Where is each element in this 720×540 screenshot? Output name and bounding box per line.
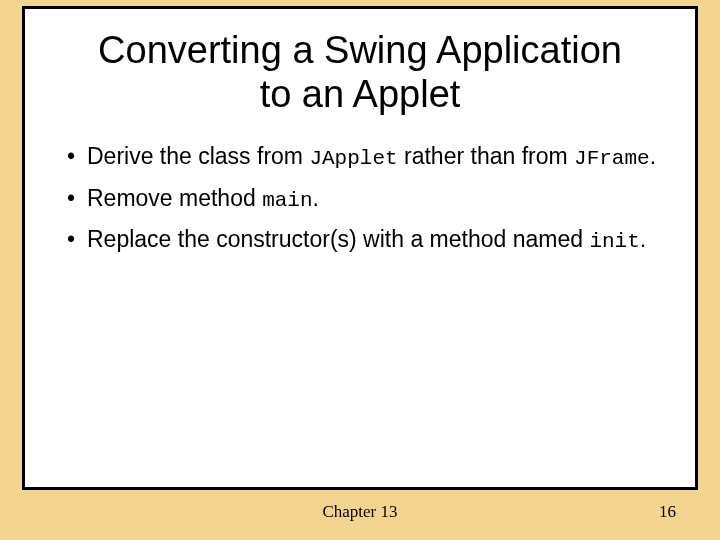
code-init: init — [589, 230, 639, 253]
footer-chapter: Chapter 13 — [0, 502, 720, 522]
bullet-1-text-a: Derive the class from — [87, 143, 309, 169]
bullet-1-text-b: rather than from — [398, 143, 574, 169]
slide-title: Converting a Swing Application to an App… — [55, 29, 665, 116]
footer-page-number: 16 — [659, 502, 676, 522]
code-japplet: JApplet — [309, 147, 397, 170]
bullet-1-text-c: . — [650, 143, 656, 169]
bullet-2-text-a: Remove method — [87, 185, 262, 211]
bullet-3-text-a: Replace the constructor(s) with a method… — [87, 226, 589, 252]
slide-frame: Converting a Swing Application to an App… — [22, 6, 698, 490]
bullet-list: Derive the class from JApplet rather tha… — [55, 140, 665, 256]
code-jframe: JFrame — [574, 147, 650, 170]
bullet-item-2: Remove method main. — [63, 182, 665, 215]
bullet-2-text-b: . — [313, 185, 319, 211]
bullet-3-text-b: . — [640, 226, 646, 252]
bullet-item-3: Replace the constructor(s) with a method… — [63, 223, 665, 256]
bullet-item-1: Derive the class from JApplet rather tha… — [63, 140, 665, 173]
code-main: main — [262, 189, 312, 212]
